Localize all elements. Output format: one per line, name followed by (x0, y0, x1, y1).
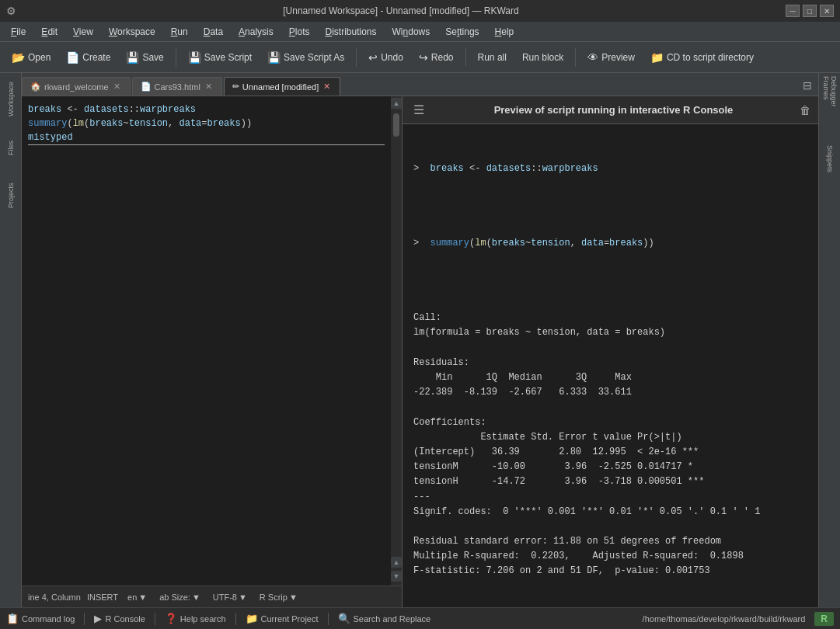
window-controls: ─ □ ✕ (786, 5, 834, 17)
preview-button[interactable]: 👁 Preview (580, 47, 642, 68)
menu-file[interactable]: File (3, 24, 33, 40)
left-sidebar: Workspace Files Projects (0, 73, 22, 607)
menu-help[interactable]: Help (487, 24, 522, 40)
status-sep-2 (155, 613, 155, 625)
tab-cars-icon: 📄 (141, 82, 152, 92)
script-editor: breaks <- datasets::warpbreaks summary(l… (22, 96, 403, 607)
scroll-thumb (393, 113, 399, 137)
es-mode: INSERT (87, 593, 118, 602)
status-search-replace[interactable]: 🔍 Search and Replace (338, 613, 431, 624)
main-area: Workspace Files Projects 🏠 rkward_welcom… (0, 73, 840, 607)
menubar: File Edit View Workspace Run Data Analys… (0, 22, 840, 42)
tab-close-welcome[interactable]: ✕ (112, 82, 122, 92)
dropdown-arrow-lang: ▼ (138, 593, 147, 602)
save-script-as-icon: 💾 (267, 51, 281, 64)
close-button[interactable]: ✕ (820, 5, 834, 17)
scroll-up-arrow[interactable]: ▲ (391, 98, 402, 109)
dropdown-arrow-script: ▼ (289, 593, 298, 602)
es-encoding-dropdown[interactable]: UTF-8 ▼ (210, 592, 250, 603)
tab-unnamed-modified[interactable]: ✏ Unnamed [modified] ✕ (224, 77, 340, 96)
tab-rkward-welcome[interactable]: 🏠 rkward_welcome ✕ (22, 77, 131, 96)
es-tabsize-dropdown[interactable]: ab Size: ▼ (156, 592, 204, 603)
editor-scrollbar[interactable]: ▲ ▲ ▼ (391, 96, 402, 586)
app-icon: ⚙ (6, 5, 16, 17)
preview-icon: 👁 (587, 51, 598, 64)
sidebar-item-projects[interactable]: Projects (2, 172, 19, 219)
run-all-button[interactable]: Run all (471, 48, 514, 67)
es-lang-dropdown[interactable]: en ▼ (124, 592, 150, 603)
preview-clear-button[interactable]: 🗑 (800, 104, 810, 116)
undo-button[interactable]: ↩ Undo (361, 47, 410, 68)
maximize-button[interactable]: □ (803, 5, 817, 17)
sidebar-item-workspace[interactable]: Workspace (2, 76, 19, 123)
console-line-1: > breaks <- datasets::warpbreaks (413, 162, 807, 176)
create-icon: 📄 (66, 51, 79, 64)
expand-tabs-button[interactable]: ⊟ (796, 75, 818, 96)
menu-distributions[interactable]: Distributions (317, 24, 384, 40)
status-help-search[interactable]: ❓ Help search (165, 613, 226, 624)
save-script-as-button[interactable]: 💾 Save Script As (260, 47, 351, 68)
editor-preview-split: breaks <- datasets::warpbreaks summary(l… (22, 96, 818, 607)
save-script-icon: 💾 (188, 51, 201, 64)
menu-view[interactable]: View (65, 24, 101, 40)
status-sep-3 (235, 613, 236, 625)
status-path: /home/thomas/develop/rkward/build/rkward (643, 614, 806, 624)
menu-settings[interactable]: Settings (437, 24, 486, 40)
open-icon: 📂 (12, 51, 25, 64)
sidebar-item-debugger-frames[interactable]: Debugger Frames (821, 76, 838, 130)
status-command-log[interactable]: 📋 Command log (6, 613, 75, 624)
right-sidebar: Debugger Frames Snippets (818, 73, 840, 607)
statusbar: 📋 Command log ▶ R Console ❓ Help search … (0, 607, 840, 629)
titlebar: ⚙ [Unnamed Workspace] - Unnamed [modifie… (0, 0, 840, 22)
open-button[interactable]: 📂 Open (5, 47, 58, 68)
help-search-icon: ❓ (165, 613, 177, 624)
console-output: > breaks <- datasets::warpbreaks > summa… (403, 124, 818, 607)
tab-cars93[interactable]: 📄 Cars93.html ✕ (132, 77, 222, 96)
preview-panel: ☰ Preview of script running in interacti… (403, 96, 818, 607)
es-scripttype-dropdown[interactable]: R Scrip ▼ (256, 592, 301, 603)
sidebar-item-snippets[interactable]: Snippets (821, 132, 838, 186)
editor-content[interactable]: breaks <- datasets::warpbreaks summary(l… (22, 96, 391, 586)
minimize-button[interactable]: ─ (786, 5, 800, 17)
undo-icon: ↩ (368, 51, 378, 64)
redo-button[interactable]: ↪ Redo (412, 47, 461, 68)
tab-home-icon: 🏠 (30, 82, 41, 92)
toolbar-sep-3 (465, 48, 466, 67)
status-current-project[interactable]: 📁 Current Project (246, 613, 319, 624)
console-output-call: Call: lm(formula = breaks ~ tension, dat… (413, 311, 807, 579)
window-title: [Unnamed Workspace] - Unnamed [modified]… (23, 5, 779, 16)
scroll-down-btn-1[interactable]: ▲ (391, 557, 402, 568)
menu-data[interactable]: Data (196, 24, 231, 40)
code-line-1: breaks <- datasets::warpbreaks (28, 103, 385, 116)
tab-close-cars93[interactable]: ✕ (204, 82, 214, 92)
cd-script-dir-button[interactable]: 📁 CD to script directory (643, 47, 761, 68)
toolbar: 📂 Open 📄 Create 💾 Save 💾 Save Script 💾 S… (0, 42, 840, 73)
menu-workspace[interactable]: Workspace (101, 24, 163, 40)
code-line-2: summary(lm(breaks~tension, data=breaks)) (28, 116, 385, 130)
status-sep-4 (328, 613, 329, 625)
status-r-console[interactable]: ▶ R Console (94, 613, 145, 624)
run-block-button[interactable]: Run block (515, 48, 570, 67)
preview-menu-button[interactable]: ☰ (410, 101, 427, 119)
r-badge: R (814, 612, 834, 626)
preview-title: Preview of script running in interactive… (434, 104, 793, 116)
menu-run[interactable]: Run (163, 24, 196, 40)
current-project-icon: 📁 (246, 613, 258, 624)
toolbar-sep-4 (575, 48, 576, 67)
save-script-button[interactable]: 💾 Save Script (181, 47, 259, 68)
scroll-down-btn-2[interactable]: ▼ (391, 571, 402, 582)
cd-icon: 📁 (650, 51, 664, 64)
menu-windows[interactable]: Windows (385, 24, 438, 40)
menu-edit[interactable]: Edit (33, 24, 65, 40)
save-button[interactable]: 💾 Save (119, 47, 170, 68)
code-line-4: mistyped (28, 130, 385, 145)
create-button[interactable]: 📄 Create (59, 47, 117, 68)
sidebar-item-files[interactable]: Files (2, 124, 19, 171)
console-line-2: > summary(lm(breaks~tension, data=breaks… (413, 236, 807, 251)
tab-close-unnamed[interactable]: ✕ (322, 82, 332, 92)
editor-statusbar: ine 4, Column INSERT en ▼ ab Size: ▼ UTF (22, 586, 402, 607)
menu-analysis[interactable]: Analysis (231, 24, 281, 40)
editor-console-area: 🏠 rkward_welcome ✕ 📄 Cars93.html ✕ ✏ Unn… (22, 73, 818, 607)
toolbar-sep-2 (356, 48, 357, 67)
menu-plots[interactable]: Plots (281, 24, 318, 40)
